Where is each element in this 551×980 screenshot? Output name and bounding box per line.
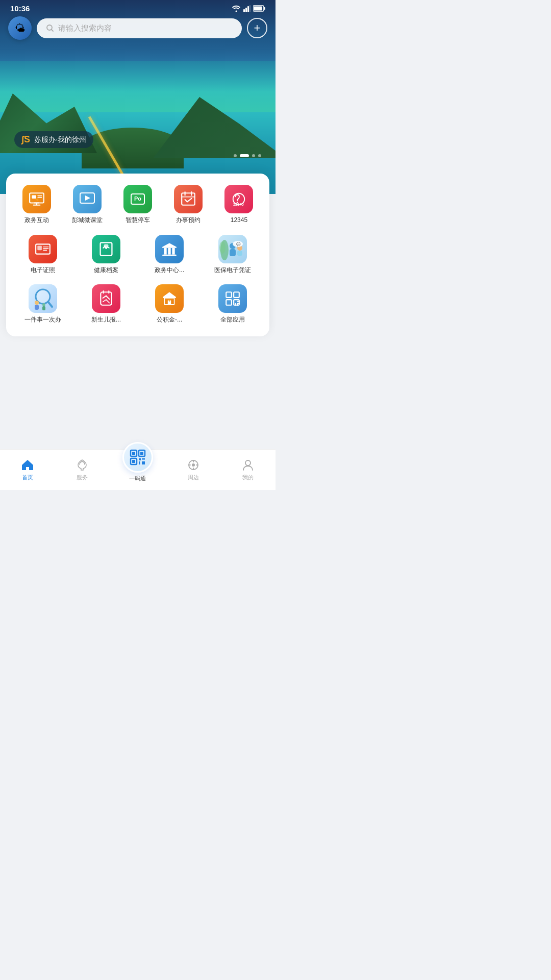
dot-1 — [234, 154, 237, 157]
app-housing-fund[interactable]: ¥ 公积金-... — [138, 281, 201, 327]
nav-services-label: 服务 — [77, 474, 88, 481]
nav-center-button[interactable] — [122, 442, 153, 473]
nav-nearby[interactable]: 周边 — [179, 454, 208, 485]
weather-icon: 🌤 — [15, 22, 25, 34]
weather-button[interactable]: 🌤 — [8, 16, 32, 40]
medical-insurance-icon: 💬 — [218, 235, 247, 263]
home-nav-icon — [21, 458, 34, 472]
svg-rect-10 — [32, 195, 36, 199]
gov-interact-icon — [22, 185, 51, 213]
health-record-label: 健康档案 — [94, 266, 118, 275]
apps-row-1: 政务互动 彭城微课堂 Po 智慧停车 — [11, 182, 264, 228]
banner-dots — [234, 154, 261, 157]
svg-rect-66 — [226, 300, 232, 305]
housing-fund-label: 公积金-... — [157, 316, 182, 324]
nav-services[interactable]: 服务 — [67, 454, 97, 485]
svg-rect-5 — [264, 7, 266, 10]
status-bar: 10:36 — [0, 0, 276, 15]
app-gov-center[interactable]: 政务中心... — [138, 232, 201, 278]
svg-point-84 — [192, 463, 195, 467]
svg-rect-43 — [230, 249, 236, 256]
banner-text: 苏服办·我的徐州 — [34, 135, 86, 144]
svg-line-59 — [106, 296, 109, 299]
dot-4 — [258, 154, 261, 157]
svg-point-51 — [35, 301, 39, 305]
e-license-label: 电子证照 — [31, 266, 55, 275]
qr-nav-icon — [129, 449, 146, 466]
onestop-icon — [29, 284, 57, 313]
search-input-wrapper[interactable]: 请输入搜索内容 — [37, 18, 242, 38]
svg-rect-80 — [142, 458, 145, 460]
svg-rect-78 — [132, 460, 135, 463]
banner-logo: ∫S — [21, 134, 30, 145]
gov-center-label: 政务中心... — [155, 266, 184, 275]
svg-line-24 — [187, 199, 192, 202]
apps-row-3: 一件事一次办 新生儿报... — [11, 281, 264, 327]
svg-rect-36 — [168, 248, 170, 254]
nav-yimatong-label: 一码通 — [129, 475, 146, 482]
app-all-apps[interactable]: 全部应用 — [201, 281, 264, 327]
svg-rect-29 — [37, 246, 42, 250]
app-e-license[interactable]: 电子证照 — [11, 232, 74, 278]
medical-insurance-label: 医保电子凭证 — [214, 266, 251, 275]
status-time: 10:36 — [10, 4, 30, 13]
svg-rect-67 — [234, 300, 239, 305]
app-medical-insurance[interactable]: 💬 医保电子凭证 — [201, 232, 264, 278]
svg-rect-19 — [182, 193, 195, 205]
appointment-label: 办事预约 — [176, 216, 201, 225]
app-newborn[interactable]: 新生儿报... — [74, 281, 138, 327]
nav-yimatong[interactable]: 一码通 — [122, 442, 153, 482]
nav-mine-label: 我的 — [242, 474, 254, 481]
svg-rect-52 — [35, 305, 39, 310]
svg-rect-0 — [243, 9, 245, 12]
services-nav-icon — [76, 458, 89, 472]
bottom-navigation: 首页 服务 一码通 — [0, 449, 276, 490]
app-smart-park[interactable]: Po 智慧停车 — [112, 182, 163, 228]
health-record-icon — [92, 235, 120, 263]
app-appointment[interactable]: 办事预约 — [163, 182, 214, 228]
add-icon: + — [254, 22, 261, 34]
all-apps-label: 全部应用 — [220, 316, 245, 324]
svg-point-89 — [245, 460, 251, 465]
svg-rect-65 — [234, 292, 239, 298]
housing-fund-icon: ¥ — [155, 284, 184, 313]
appointment-icon — [174, 185, 203, 213]
banner-label: ∫S 苏服办·我的徐州 — [14, 131, 93, 148]
add-button[interactable]: + — [247, 18, 267, 38]
12345-label: 12345 — [231, 216, 247, 225]
nav-mine[interactable]: 我的 — [233, 454, 263, 485]
all-apps-icon — [218, 284, 247, 313]
app-onestop[interactable]: 一件事一次办 — [11, 281, 74, 327]
mine-nav-icon — [241, 458, 255, 472]
app-micro-class[interactable]: 彭城微课堂 — [62, 182, 112, 228]
svg-marker-60 — [163, 292, 176, 298]
nearby-nav-icon — [187, 458, 200, 472]
svg-point-53 — [42, 303, 45, 306]
svg-rect-45 — [237, 251, 242, 256]
nav-home[interactable]: 首页 — [13, 454, 42, 485]
app-gov-interact[interactable]: 政务互动 — [11, 182, 62, 228]
newborn-icon — [92, 284, 120, 313]
hero-banner[interactable]: 🌤 请输入搜索内容 + ∫S 苏服办·我的徐州 — [0, 0, 276, 194]
svg-rect-82 — [142, 461, 145, 464]
dot-3 — [252, 154, 255, 157]
svg-rect-38 — [162, 254, 177, 256]
newborn-label: 新生儿报... — [91, 316, 121, 324]
search-placeholder: 请输入搜索内容 — [58, 23, 112, 33]
smart-park-icon: Po — [123, 185, 152, 213]
battery-icon — [253, 5, 265, 12]
svg-rect-77 — [140, 452, 143, 455]
svg-rect-9 — [30, 193, 44, 203]
svg-text:💬: 💬 — [236, 242, 241, 247]
svg-rect-6 — [254, 7, 262, 11]
app-health-record[interactable]: 健康档案 — [74, 232, 138, 278]
svg-line-58 — [103, 296, 106, 298]
svg-rect-35 — [164, 248, 166, 254]
gov-center-icon — [155, 235, 184, 263]
svg-rect-2 — [247, 6, 249, 12]
svg-rect-64 — [226, 292, 232, 298]
svg-rect-54 — [42, 306, 45, 310]
dot-2 — [240, 154, 249, 157]
app-12345[interactable]: 12345 12345 — [214, 182, 264, 228]
search-bar-wrapper: 🌤 请输入搜索内容 + — [0, 16, 276, 40]
